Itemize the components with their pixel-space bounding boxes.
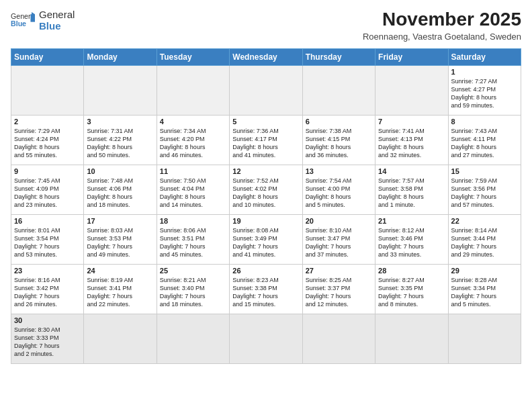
day-info: Sunrise: 7:57 AM Sunset: 3:58 PM Dayligh… — [378, 177, 445, 210]
calendar-cell: 26Sunrise: 8:23 AM Sunset: 3:38 PM Dayli… — [230, 264, 302, 314]
day-number: 29 — [451, 267, 518, 275]
header: General Blue General Blue November 2025 … — [11, 9, 521, 42]
weekday-header-sunday: Sunday — [11, 48, 84, 65]
day-info: Sunrise: 7:43 AM Sunset: 4:11 PM Dayligh… — [451, 127, 518, 160]
logo: General Blue General Blue — [11, 9, 75, 32]
day-number: 21 — [378, 217, 445, 225]
calendar-cell: 4Sunrise: 7:34 AM Sunset: 4:20 PM Daylig… — [157, 115, 229, 165]
calendar-cell: 18Sunrise: 8:06 AM Sunset: 3:51 PM Dayli… — [157, 214, 229, 264]
calendar-cell — [157, 65, 229, 115]
calendar-cell: 6Sunrise: 7:38 AM Sunset: 4:15 PM Daylig… — [302, 115, 375, 165]
day-info: Sunrise: 8:30 AM Sunset: 3:33 PM Dayligh… — [14, 326, 81, 359]
day-info: Sunrise: 7:45 AM Sunset: 4:09 PM Dayligh… — [14, 177, 81, 210]
week-row-2: 2Sunrise: 7:29 AM Sunset: 4:24 PM Daylig… — [11, 115, 521, 165]
weekday-header-row: SundayMondayTuesdayWednesdayThursdayFrid… — [11, 48, 521, 65]
day-info: Sunrise: 7:48 AM Sunset: 4:06 PM Dayligh… — [87, 177, 153, 210]
day-info: Sunrise: 7:54 AM Sunset: 4:00 PM Dayligh… — [306, 177, 372, 210]
calendar-cell: 20Sunrise: 8:10 AM Sunset: 3:47 PM Dayli… — [302, 214, 375, 264]
title-block: November 2025 Roennaeng, Vaestra Goetala… — [363, 9, 521, 42]
calendar-cell: 17Sunrise: 8:03 AM Sunset: 3:53 PM Dayli… — [84, 214, 157, 264]
weekday-header-friday: Friday — [375, 48, 448, 65]
day-number: 6 — [306, 118, 372, 126]
calendar-cell: 7Sunrise: 7:41 AM Sunset: 4:13 PM Daylig… — [375, 115, 448, 165]
day-info: Sunrise: 7:27 AM Sunset: 4:27 PM Dayligh… — [451, 77, 518, 110]
calendar-cell: 25Sunrise: 8:21 AM Sunset: 3:40 PM Dayli… — [157, 264, 229, 314]
day-number: 4 — [160, 118, 226, 126]
page: General Blue General Blue November 2025 … — [0, 0, 532, 371]
week-row-1: 1Sunrise: 7:27 AM Sunset: 4:27 PM Daylig… — [11, 65, 521, 115]
calendar-cell: 15Sunrise: 7:59 AM Sunset: 3:56 PM Dayli… — [448, 165, 521, 214]
day-number: 16 — [14, 217, 81, 225]
calendar-title: November 2025 — [363, 9, 521, 30]
calendar-cell — [375, 65, 448, 115]
calendar-cell: 16Sunrise: 8:01 AM Sunset: 3:54 PM Dayli… — [11, 214, 84, 264]
generalblue-logo-icon: General Blue — [11, 11, 35, 31]
day-info: Sunrise: 7:59 AM Sunset: 3:56 PM Dayligh… — [451, 177, 518, 210]
calendar-cell — [230, 314, 302, 363]
calendar-cell — [230, 65, 302, 115]
day-number: 19 — [232, 217, 299, 225]
day-number: 20 — [306, 217, 372, 225]
day-number: 3 — [87, 118, 153, 126]
day-number: 28 — [378, 267, 445, 275]
day-number: 24 — [87, 267, 153, 275]
day-info: Sunrise: 7:34 AM Sunset: 4:20 PM Dayligh… — [160, 127, 226, 160]
day-info: Sunrise: 7:29 AM Sunset: 4:24 PM Dayligh… — [14, 127, 81, 160]
day-number: 8 — [451, 118, 518, 126]
day-info: Sunrise: 8:01 AM Sunset: 3:54 PM Dayligh… — [14, 226, 81, 259]
day-number: 14 — [378, 167, 445, 175]
day-info: Sunrise: 8:14 AM Sunset: 3:44 PM Dayligh… — [451, 226, 518, 259]
weekday-header-monday: Monday — [84, 48, 157, 65]
calendar-cell: 12Sunrise: 7:52 AM Sunset: 4:02 PM Dayli… — [230, 165, 302, 214]
day-number: 12 — [232, 167, 299, 175]
calendar-cell: 10Sunrise: 7:48 AM Sunset: 4:06 PM Dayli… — [84, 165, 157, 214]
day-number: 5 — [232, 118, 299, 126]
day-info: Sunrise: 8:27 AM Sunset: 3:35 PM Dayligh… — [378, 276, 445, 309]
day-info: Sunrise: 8:25 AM Sunset: 3:37 PM Dayligh… — [306, 276, 372, 309]
day-number: 30 — [14, 316, 81, 324]
day-info: Sunrise: 8:03 AM Sunset: 3:53 PM Dayligh… — [87, 226, 153, 259]
calendar-cell: 5Sunrise: 7:36 AM Sunset: 4:17 PM Daylig… — [230, 115, 302, 165]
day-number: 13 — [306, 167, 372, 175]
calendar-cell: 23Sunrise: 8:16 AM Sunset: 3:42 PM Dayli… — [11, 264, 84, 314]
calendar-cell: 14Sunrise: 7:57 AM Sunset: 3:58 PM Dayli… — [375, 165, 448, 214]
calendar-cell: 9Sunrise: 7:45 AM Sunset: 4:09 PM Daylig… — [11, 165, 84, 214]
calendar-cell — [302, 314, 375, 363]
calendar-cell — [84, 65, 157, 115]
calendar-cell — [302, 65, 375, 115]
calendar-cell: 29Sunrise: 8:28 AM Sunset: 3:34 PM Dayli… — [448, 264, 521, 314]
svg-text:Blue: Blue — [11, 19, 26, 28]
calendar-cell — [11, 65, 84, 115]
day-info: Sunrise: 8:16 AM Sunset: 3:42 PM Dayligh… — [14, 276, 81, 309]
calendar-cell: 3Sunrise: 7:31 AM Sunset: 4:22 PM Daylig… — [84, 115, 157, 165]
day-number: 27 — [306, 267, 372, 275]
day-number: 22 — [451, 217, 518, 225]
week-row-5: 23Sunrise: 8:16 AM Sunset: 3:42 PM Dayli… — [11, 264, 521, 314]
day-info: Sunrise: 8:28 AM Sunset: 3:34 PM Dayligh… — [451, 276, 518, 309]
day-info: Sunrise: 7:50 AM Sunset: 4:04 PM Dayligh… — [160, 177, 226, 210]
day-number: 23 — [14, 267, 81, 275]
calendar-cell: 27Sunrise: 8:25 AM Sunset: 3:37 PM Dayli… — [302, 264, 375, 314]
weekday-header-thursday: Thursday — [302, 48, 375, 65]
day-number: 17 — [87, 217, 153, 225]
day-number: 18 — [160, 217, 226, 225]
calendar-cell: 11Sunrise: 7:50 AM Sunset: 4:04 PM Dayli… — [157, 165, 229, 214]
calendar-cell: 30Sunrise: 8:30 AM Sunset: 3:33 PM Dayli… — [11, 314, 84, 363]
day-info: Sunrise: 8:10 AM Sunset: 3:47 PM Dayligh… — [306, 226, 372, 259]
calendar-cell: 28Sunrise: 8:27 AM Sunset: 3:35 PM Dayli… — [375, 264, 448, 314]
calendar-cell: 24Sunrise: 8:19 AM Sunset: 3:41 PM Dayli… — [84, 264, 157, 314]
calendar-cell: 13Sunrise: 7:54 AM Sunset: 4:00 PM Dayli… — [302, 165, 375, 214]
calendar-cell — [157, 314, 229, 363]
calendar-cell — [448, 314, 521, 363]
calendar-cell — [375, 314, 448, 363]
weekday-header-wednesday: Wednesday — [230, 48, 302, 65]
calendar-cell — [84, 314, 157, 363]
logo-general-text: General — [39, 9, 75, 21]
day-info: Sunrise: 8:08 AM Sunset: 3:49 PM Dayligh… — [232, 226, 299, 259]
day-info: Sunrise: 8:21 AM Sunset: 3:40 PM Dayligh… — [160, 276, 226, 309]
week-row-6: 30Sunrise: 8:30 AM Sunset: 3:33 PM Dayli… — [11, 314, 521, 363]
day-number: 2 — [14, 118, 81, 126]
day-info: Sunrise: 8:19 AM Sunset: 3:41 PM Dayligh… — [87, 276, 153, 309]
weekday-header-saturday: Saturday — [448, 48, 521, 65]
week-row-4: 16Sunrise: 8:01 AM Sunset: 3:54 PM Dayli… — [11, 214, 521, 264]
